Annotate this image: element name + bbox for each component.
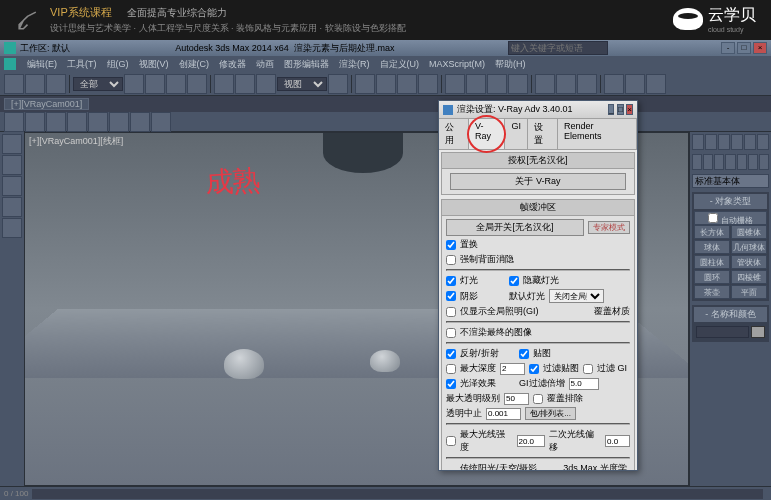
menu-help[interactable]: 帮助(H) [492, 58, 529, 71]
chk-only-gi[interactable] [446, 307, 456, 317]
lt-btn-1[interactable] [2, 134, 22, 154]
close-button[interactable]: × [753, 42, 767, 54]
tb-schematic[interactable] [556, 74, 576, 94]
menu-edit[interactable]: 编辑(E) [24, 58, 60, 71]
chk-lights[interactable] [446, 276, 456, 286]
chk-hidden-lights[interactable] [509, 276, 519, 286]
cp-cat-geometry[interactable] [692, 154, 702, 170]
ribbon-btn-3[interactable] [46, 112, 66, 132]
global-switches-button[interactable]: 全局开关[无名汉化] [446, 219, 584, 236]
lt-btn-5[interactable] [2, 218, 22, 238]
tb-layers[interactable] [508, 74, 528, 94]
chk-glossy[interactable] [446, 379, 456, 389]
primitive-球体[interactable]: 球体 [694, 240, 730, 254]
inp-gi-filter-mult[interactable] [569, 378, 599, 390]
menu-maxscript[interactable]: MAXScript(M) [426, 59, 488, 69]
dialog-minimize[interactable]: _ [608, 104, 614, 115]
inp-max-ray[interactable] [517, 435, 545, 447]
dlg-tab-elements[interactable]: Render Elements [558, 119, 637, 149]
tb-spinner-snap[interactable] [418, 74, 438, 94]
cp-tab-motion[interactable] [731, 134, 743, 150]
chk-override-exclude[interactable] [533, 394, 543, 404]
dialog-body[interactable]: 授权[无名汉化] 关于 V-Ray 帧缓冲区 全局开关[无名汉化] 专家模式 置… [439, 150, 637, 470]
timeline[interactable]: 0 / 100 [0, 486, 771, 500]
tb-render-frame[interactable] [625, 74, 645, 94]
tb-mirror[interactable] [466, 74, 486, 94]
tb-render-setup[interactable] [604, 74, 624, 94]
tb-named-sets[interactable] [445, 74, 465, 94]
primitive-四棱锥[interactable]: 四棱锥 [731, 270, 767, 284]
chk-maps[interactable] [519, 349, 529, 359]
cp-tab-create[interactable] [692, 134, 704, 150]
menu-view[interactable]: 视图(V) [136, 58, 172, 71]
chk-force-backcull[interactable] [446, 255, 456, 265]
tb-pivot[interactable] [328, 74, 348, 94]
tb-selection-filter[interactable]: 全部 [73, 77, 123, 91]
primitive-茶壶[interactable]: 茶壶 [694, 285, 730, 299]
ribbon-btn-2[interactable] [25, 112, 45, 132]
viewport-label[interactable]: [+][VRayCam001][线框] [29, 135, 123, 148]
tb-align[interactable] [487, 74, 507, 94]
dialog-close[interactable]: × [626, 104, 633, 115]
workspace-label[interactable]: 工作区: 默认 [20, 42, 70, 55]
chk-max-ray[interactable] [446, 436, 456, 446]
tb-curve-editor[interactable] [535, 74, 555, 94]
dlg-tab-vray[interactable]: V-Ray [469, 119, 505, 149]
dlg-tab-common[interactable]: 公用 [439, 119, 469, 149]
cp-cat-shapes[interactable] [703, 154, 713, 170]
tb-snap[interactable] [355, 74, 375, 94]
chk-displacement[interactable] [446, 240, 456, 250]
inp-transp-cutoff[interactable] [486, 408, 521, 420]
timeline-track[interactable] [32, 489, 763, 499]
sec-auth-header[interactable]: 授权[无名汉化] [442, 153, 634, 169]
primitive-圆锥体[interactable]: 圆锥体 [731, 225, 767, 239]
maximize-button[interactable]: □ [737, 42, 751, 54]
primitive-几何球体[interactable]: 几何球体 [731, 240, 767, 254]
sec-framebuffer-header[interactable]: 帧缓冲区 [442, 200, 634, 216]
dialog-maximize[interactable]: □ [617, 104, 624, 115]
cp-object-color[interactable] [751, 326, 765, 338]
menu-create[interactable]: 创建(C) [176, 58, 213, 71]
tb-select-link[interactable] [4, 74, 24, 94]
ribbon-btn-4[interactable] [67, 112, 87, 132]
cp-subcategory-dropdown[interactable]: 标准基本体 [692, 174, 769, 188]
primitive-圆环[interactable]: 圆环 [694, 270, 730, 284]
chk-filter-gi[interactable] [583, 364, 593, 374]
max-menu-icon[interactable] [4, 58, 16, 70]
viewport-tab[interactable]: [+][VRayCam001] [4, 98, 89, 110]
tb-render[interactable] [646, 74, 666, 94]
sel-default-lights[interactable]: 关闭全局照 [549, 289, 604, 303]
inp-secondary-bias[interactable] [605, 435, 630, 447]
menu-graph[interactable]: 图形编辑器 [281, 58, 332, 71]
dlg-tab-gi[interactable]: GI [505, 119, 528, 149]
inp-max-transp[interactable] [504, 393, 529, 405]
tb-select[interactable] [124, 74, 144, 94]
tb-rotate[interactable] [235, 74, 255, 94]
cp-tab-hierarchy[interactable] [718, 134, 730, 150]
menu-group[interactable]: 组(G) [104, 58, 132, 71]
cp-cat-lights[interactable] [714, 154, 724, 170]
menu-custom[interactable]: 自定义(U) [377, 58, 423, 71]
chk-shadows[interactable] [446, 291, 456, 301]
cp-tab-utilities[interactable] [757, 134, 769, 150]
lt-btn-3[interactable] [2, 176, 22, 196]
cp-cat-helpers[interactable] [737, 154, 747, 170]
primitive-圆柱体[interactable]: 圆柱体 [694, 255, 730, 269]
ribbon-btn-8[interactable] [151, 112, 171, 132]
tb-percent-snap[interactable] [397, 74, 417, 94]
chk-max-depth[interactable] [446, 364, 456, 374]
cp-cat-cameras[interactable] [725, 154, 735, 170]
cp-tab-display[interactable] [744, 134, 756, 150]
tb-select-name[interactable] [145, 74, 165, 94]
tb-material-editor[interactable] [577, 74, 597, 94]
help-search-input[interactable] [508, 41, 608, 55]
tb-move[interactable] [214, 74, 234, 94]
ribbon-btn-7[interactable] [130, 112, 150, 132]
expert-mode-button[interactable]: 专家模式 [588, 221, 630, 234]
lt-btn-4[interactable] [2, 197, 22, 217]
minimize-button[interactable]: - [721, 42, 735, 54]
dialog-titlebar[interactable]: 渲染设置: V-Ray Adv 3.40.01 _ □ × [439, 101, 637, 119]
tb-unlink[interactable] [25, 74, 45, 94]
cp-cat-systems[interactable] [759, 154, 769, 170]
menu-render[interactable]: 渲染(R) [336, 58, 373, 71]
